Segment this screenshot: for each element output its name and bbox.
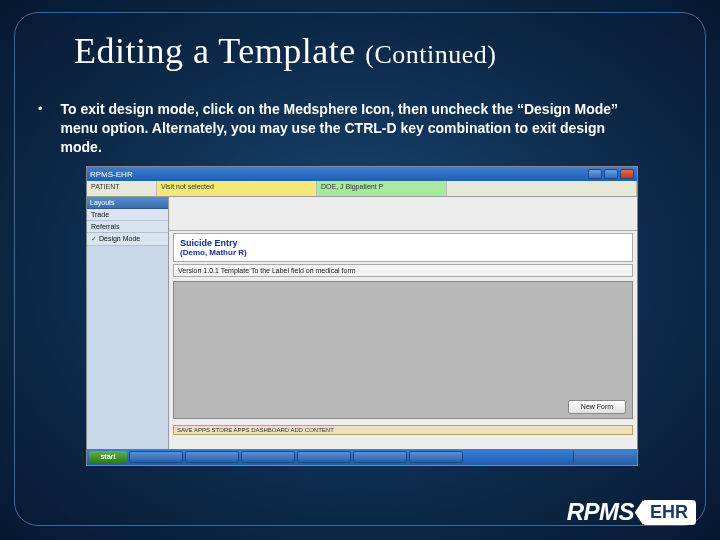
main-top-gap xyxy=(169,197,637,231)
sidebar-item-design-mode[interactable]: Design Mode xyxy=(87,233,168,246)
sidebar-item[interactable]: Referrals xyxy=(87,221,168,233)
sidebar-item[interactable]: Trade xyxy=(87,209,168,221)
minimize-button[interactable] xyxy=(588,169,602,179)
header-cell: PATIENT xyxy=(87,181,157,196)
slide-content: Editing a Template (Continued) • To exit… xyxy=(36,24,684,512)
new-form-button[interactable]: New Form xyxy=(568,400,626,414)
bullet-text: To exit design mode, click on the Medsph… xyxy=(61,100,621,157)
header-cell-visit[interactable]: Visit not selected xyxy=(157,181,317,196)
embedded-screenshot: RPMS-EHR PATIENT Visit not selected DOE,… xyxy=(86,166,638,466)
rpms-logo: RPMS xyxy=(567,498,634,526)
window-titlebar: RPMS-EHR xyxy=(87,167,637,181)
taskbar-item[interactable] xyxy=(129,451,183,463)
maximize-button[interactable] xyxy=(604,169,618,179)
taskbar-item[interactable] xyxy=(241,451,295,463)
bullet-row: • To exit design mode, click on the Meds… xyxy=(38,100,684,157)
taskbar-item[interactable] xyxy=(297,451,351,463)
header-cell-patient[interactable]: DOE, J Bigpatient P xyxy=(317,181,447,196)
main-panel: Suicide Entry (Demo, Mathur R) Version 1… xyxy=(169,197,637,449)
sidebar: Layouts Trade Referrals Design Mode xyxy=(87,197,169,449)
slide-title: Editing a Template (Continued) xyxy=(74,30,684,72)
ehr-logo: EHR xyxy=(642,500,696,525)
taskbar-item[interactable] xyxy=(353,451,407,463)
app-body: Layouts Trade Referrals Design Mode Suic… xyxy=(87,197,637,449)
system-tray[interactable] xyxy=(573,451,635,463)
close-button[interactable] xyxy=(620,169,634,179)
sidebar-heading: Layouts xyxy=(87,197,168,209)
main-bottom: SAVE APPS STORE APPS DASHBOARD ADD CONTE… xyxy=(169,423,637,449)
footer-logos: RPMS EHR xyxy=(567,498,696,526)
status-ribbon: SAVE APPS STORE APPS DASHBOARD ADD CONTE… xyxy=(173,425,633,435)
form-title-panel: Suicide Entry (Demo, Mathur R) xyxy=(173,233,633,262)
taskbar-item[interactable] xyxy=(185,451,239,463)
title-main: Editing a Template xyxy=(74,31,356,71)
app-header: PATIENT Visit not selected DOE, J Bigpat… xyxy=(87,181,637,197)
form-title: Suicide Entry xyxy=(180,238,626,248)
sidebar-spacer xyxy=(87,246,168,449)
window-buttons xyxy=(588,169,634,179)
form-body-area: New Form xyxy=(173,281,633,419)
start-button[interactable]: start xyxy=(89,451,127,463)
bullet-marker: • xyxy=(38,100,43,157)
window-title: RPMS-EHR xyxy=(90,170,133,179)
title-continued: (Continued) xyxy=(365,40,496,69)
header-cell xyxy=(447,181,637,196)
taskbar-item[interactable] xyxy=(409,451,463,463)
form-info-panel: Version 1.0.1 Template To the Label fiel… xyxy=(173,264,633,277)
form-subtitle: (Demo, Mathur R) xyxy=(180,248,626,257)
taskbar: start xyxy=(87,449,637,465)
